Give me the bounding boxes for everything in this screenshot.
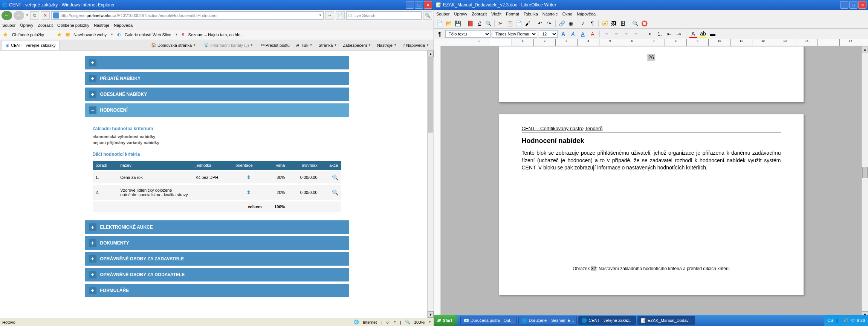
menu-insert[interactable]: Vložit <box>491 12 501 16</box>
new-button[interactable]: 📄 <box>436 19 444 28</box>
section-prijate[interactable]: +PŘIJATÉ NABÍDKY <box>85 72 349 85</box>
back-button[interactable]: ← <box>2 11 12 20</box>
tray-shield-icon[interactable]: 🛡 <box>851 318 855 323</box>
tray-volume-icon[interactable]: 🔊 <box>843 318 848 323</box>
read-mail-button[interactable]: ✉Přečíst poštu <box>259 42 292 48</box>
cut-button[interactable]: ✂ <box>497 19 505 28</box>
system-tray[interactable]: CS 👥 🔊 🛡 9:26 <box>824 315 868 326</box>
hyperlink-button[interactable]: 🔗 <box>558 19 566 28</box>
status-zoom[interactable]: 100% <box>414 320 425 324</box>
paste-button[interactable]: 📄 <box>515 19 523 28</box>
refresh-button[interactable]: ↻ <box>30 11 39 20</box>
scroll-up-button[interactable]: ▲ <box>862 46 868 52</box>
section-formulare[interactable]: +FORMULÁŘE <box>85 284 349 297</box>
close-button[interactable]: ✕ <box>858 1 866 9</box>
indent-more-button[interactable]: ⇥ <box>675 30 683 38</box>
italic-button[interactable]: A <box>569 30 577 38</box>
section-aukce[interactable]: +ELEKTRONICKÉ AUKCE <box>85 220 349 234</box>
minimize-button[interactable]: _ <box>406 1 414 9</box>
font-name-combo[interactable]: Times New Roman <box>492 30 537 38</box>
scroll-down-button[interactable]: ▼ <box>428 311 434 318</box>
ie-scrollbar[interactable]: ▲ ▼ <box>427 51 434 318</box>
lo-scrollbar[interactable]: ▲ ▼ <box>862 46 868 318</box>
zoom-button[interactable]: 🔍 <box>631 19 639 28</box>
fav-link-seznam[interactable]: Seznam – Najdu tam, co hle... <box>188 32 244 37</box>
menu-edit[interactable]: Úpravy <box>454 12 467 16</box>
font-color-button[interactable]: A <box>689 30 697 38</box>
search-bar[interactable]: ◫ Live Search <box>346 11 422 20</box>
redo-button[interactable]: ↷ <box>545 19 553 28</box>
underline-button[interactable]: A <box>579 30 587 38</box>
compat-button[interactable]: 📄 <box>336 11 345 20</box>
copy-button[interactable]: 📋 <box>506 19 514 28</box>
menu-view[interactable]: Zobrazit <box>472 12 487 16</box>
maximize-button[interactable]: □ <box>849 1 857 9</box>
bg-color-button[interactable]: ▬ <box>709 30 717 38</box>
section-opr-zadavatele[interactable]: +OPRÁVNĚNÉ OSOBY ZA ZADAVATELE <box>85 252 349 266</box>
clock[interactable]: 9:26 <box>857 318 865 323</box>
print-button[interactable]: 🖨 <box>475 19 483 28</box>
bold-button[interactable]: A <box>559 30 567 38</box>
menu-window[interactable]: Okno <box>562 12 572 16</box>
navigator-button[interactable]: 🧭 <box>601 19 609 28</box>
add-fav-icon[interactable]: ★ <box>56 32 62 38</box>
open-button[interactable]: 📂 <box>445 19 453 28</box>
bullets-button[interactable]: • <box>646 30 654 38</box>
feeds-button[interactable]: 📡Informační kanály (J)▼ <box>202 42 255 48</box>
tray-icon[interactable]: 👥 <box>836 318 841 323</box>
scroll-thumb[interactable] <box>862 167 868 178</box>
home-button[interactable]: 🏠Domovská stránka▼ <box>149 42 198 48</box>
help-button[interactable]: ?Nápověda▼ <box>400 42 431 48</box>
detail-icon[interactable]: 🔍 <box>332 189 338 195</box>
lo-h-ruler[interactable]: 1 1 2 3 4 5 6 7 8 9 10 11 12 13 14 15 <box>434 39 868 46</box>
start-button[interactable]: ⊞ Start <box>434 315 457 326</box>
preview-button[interactable]: 🔍 <box>484 19 492 28</box>
font-size-combo[interactable]: 12 <box>539 30 558 38</box>
section-hodnoceni[interactable]: −HODNOCENÍ <box>85 103 349 117</box>
spellcheck-button[interactable]: ✓ <box>579 19 587 28</box>
taskbar-item-outlook[interactable]: 📧Doručená pošta - Out... <box>460 316 517 325</box>
taskbar-item-cent[interactable]: 🌐CENT - veřejné zakáz... <box>578 316 636 325</box>
address-bar[interactable]: http://osigeno.profinetworks.cz/P13V1000… <box>51 11 324 20</box>
section-odeslane[interactable]: +ODESLANÉ NABÍDKY <box>85 88 349 101</box>
help2-button[interactable]: ⭕ <box>640 19 648 28</box>
nav-history-dropdown[interactable]: ▼ <box>26 14 29 17</box>
indent-less-button[interactable]: ⇤ <box>665 30 674 38</box>
menu-view[interactable]: Zobrazit <box>38 23 53 28</box>
menu-tools[interactable]: Nástroje <box>94 23 109 28</box>
go-button[interactable]: → <box>325 11 334 20</box>
favorites-icon[interactable]: ★ <box>2 32 8 38</box>
lo-document-area[interactable]: 26 CENT – Certifikovaný nástroj tenderů … <box>441 46 862 318</box>
strikethrough-button[interactable]: A <box>588 30 597 38</box>
paragraph-style-combo[interactable]: Tělo textu <box>445 30 491 38</box>
highlight-button[interactable]: ab <box>699 30 707 38</box>
menu-help[interactable]: Nápověda <box>114 23 133 28</box>
format-paint-button[interactable]: 🖌 <box>524 19 532 28</box>
tools-button[interactable]: Nástroje▼ <box>375 42 399 48</box>
align-center-button[interactable]: ≡ <box>612 30 620 38</box>
menu-file[interactable]: Soubor <box>436 12 449 16</box>
minimize-button[interactable]: _ <box>840 1 848 9</box>
styles-button[interactable]: ¶ <box>436 30 444 38</box>
menu-help[interactable]: Nápověda <box>577 12 596 16</box>
nonprinting-button[interactable]: ¶ <box>588 19 596 28</box>
browser-tab[interactable]: ◉ CENT - veřejné zakázky <box>2 41 60 50</box>
fav-link-webslice[interactable]: Galerie oblastí Web Slice <box>125 32 171 37</box>
section-dokumenty[interactable]: +DOKUMENTY <box>85 236 349 250</box>
datasources-button[interactable]: 🗄 <box>619 19 627 28</box>
undo-button[interactable]: ↶ <box>536 19 544 28</box>
menu-favorites[interactable]: Oblíbené položky <box>57 23 89 28</box>
scroll-thumb[interactable] <box>428 57 433 132</box>
search-button[interactable]: 🔍 <box>423 11 432 20</box>
addr-dropdown[interactable]: ▼ <box>319 14 322 17</box>
menu-format[interactable]: Formát <box>506 12 519 16</box>
safety-button[interactable]: Zabezpečení▼ <box>341 42 373 48</box>
detail-icon[interactable]: 🔍 <box>332 174 338 180</box>
align-right-button[interactable]: ≡ <box>622 30 630 38</box>
zoom-icon[interactable]: 🔍 <box>405 320 410 324</box>
print-button[interactable]: 🖨Tisk▼ <box>293 42 315 48</box>
section-empty[interactable]: + <box>85 56 349 69</box>
menu-edit[interactable]: Úpravy <box>20 23 33 28</box>
lo-v-ruler[interactable] <box>434 46 441 318</box>
menu-tools[interactable]: Nástroje <box>542 12 558 16</box>
